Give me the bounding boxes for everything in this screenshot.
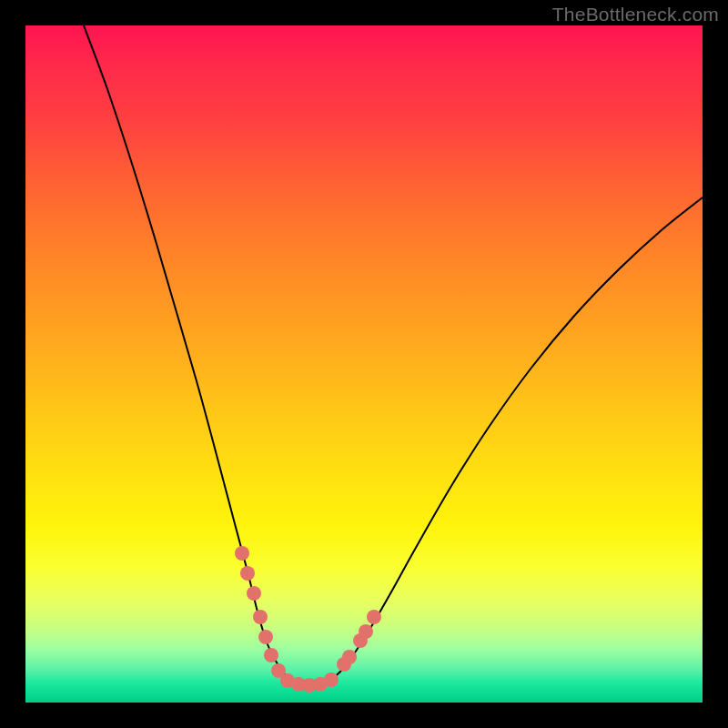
highlight-dot	[264, 648, 278, 662]
highlight-dot	[253, 610, 268, 624]
highlight-dot	[247, 586, 261, 601]
highlight-dot	[235, 546, 249, 561]
chart-frame: TheBottleneck.com	[0, 0, 728, 728]
highlight-dot	[367, 610, 381, 624]
plot-area	[25, 25, 703, 703]
highlight-dot	[324, 672, 339, 687]
chart-svg	[25, 25, 703, 703]
bottleneck-curve	[84, 25, 703, 685]
highlight-dot	[359, 624, 373, 639]
watermark-text: TheBottleneck.com	[552, 4, 719, 25]
highlight-dot	[240, 566, 255, 581]
highlight-dots-group	[235, 546, 381, 693]
highlight-dot	[342, 650, 357, 664]
highlight-dot	[258, 630, 273, 644]
